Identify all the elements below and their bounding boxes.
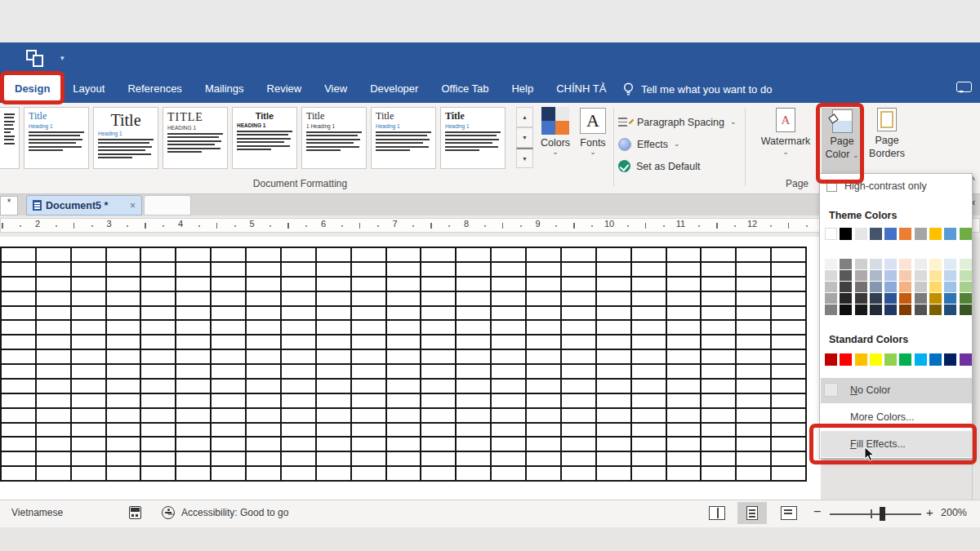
table-cell[interactable] bbox=[527, 263, 560, 276]
table-cell[interactable] bbox=[632, 335, 666, 349]
table-cell[interactable] bbox=[2, 467, 35, 480]
effects-button[interactable]: Effects ⌄ bbox=[618, 133, 741, 155]
ribbon-tab-help[interactable]: Help bbox=[500, 75, 545, 103]
table-cell[interactable] bbox=[562, 263, 595, 276]
table-cell[interactable] bbox=[597, 248, 630, 261]
no-color-item[interactable]: No Color bbox=[821, 378, 972, 403]
table-cell[interactable] bbox=[212, 307, 245, 320]
table-cell[interactable] bbox=[317, 292, 350, 305]
table-cell[interactable] bbox=[457, 365, 490, 378]
table-cell[interactable] bbox=[772, 335, 805, 349]
theme-color-swatch[interactable] bbox=[944, 228, 956, 240]
document-page[interactable] bbox=[0, 237, 821, 500]
table-cell[interactable] bbox=[107, 350, 140, 363]
table-cell[interactable] bbox=[492, 248, 525, 261]
table-cell[interactable] bbox=[492, 452, 525, 465]
table-cell[interactable] bbox=[317, 307, 350, 320]
table-cell[interactable] bbox=[176, 452, 210, 465]
table-cell[interactable] bbox=[247, 394, 280, 407]
table-cell[interactable] bbox=[772, 307, 805, 320]
table-cell[interactable] bbox=[387, 248, 421, 261]
table-cell[interactable] bbox=[37, 438, 70, 451]
table-cell[interactable] bbox=[562, 278, 595, 291]
standard-color-swatch[interactable] bbox=[929, 353, 942, 366]
table-cell[interactable] bbox=[737, 278, 770, 291]
page-borders-button[interactable]: Page Borders bbox=[866, 108, 908, 160]
comment-icon[interactable] bbox=[956, 82, 972, 92]
table-cell[interactable] bbox=[421, 467, 455, 480]
table-cell[interactable] bbox=[667, 438, 701, 451]
table-cell[interactable] bbox=[212, 335, 245, 349]
table-cell[interactable] bbox=[176, 278, 210, 291]
table-cell[interactable] bbox=[702, 278, 735, 291]
table-cell[interactable] bbox=[492, 278, 525, 291]
variant-color-swatch[interactable] bbox=[870, 282, 882, 292]
table-cell[interactable] bbox=[212, 292, 245, 305]
table-cell[interactable] bbox=[387, 380, 421, 393]
table-cell[interactable] bbox=[737, 380, 770, 393]
table-cell[interactable] bbox=[282, 438, 315, 451]
table-cell[interactable] bbox=[37, 409, 70, 422]
variant-color-swatch[interactable] bbox=[929, 293, 942, 304]
table-cell[interactable] bbox=[387, 365, 421, 378]
theme-color-swatch[interactable] bbox=[915, 228, 927, 240]
table-cell[interactable] bbox=[421, 248, 455, 261]
table-cell[interactable] bbox=[667, 409, 701, 422]
style-set-item[interactable]: TitleHeading 1 bbox=[93, 107, 158, 169]
table-cell[interactable] bbox=[141, 350, 175, 363]
table-cell[interactable] bbox=[632, 307, 666, 320]
ribbon-tab-references[interactable]: References bbox=[116, 75, 193, 103]
tell-me-box[interactable]: Tell me what you want to do bbox=[622, 75, 772, 103]
set-as-default-button[interactable]: Set as Default bbox=[618, 155, 741, 177]
table-cell[interactable] bbox=[282, 335, 315, 349]
table-cell[interactable] bbox=[772, 365, 805, 378]
table-cell[interactable] bbox=[632, 424, 666, 437]
table-cell[interactable] bbox=[176, 263, 210, 276]
variant-color-swatch[interactable] bbox=[870, 304, 882, 315]
variant-color-swatch[interactable] bbox=[929, 259, 942, 269]
table-cell[interactable] bbox=[72, 438, 105, 451]
table-cell[interactable] bbox=[667, 248, 701, 261]
table-cell[interactable] bbox=[387, 409, 421, 422]
table-cell[interactable] bbox=[632, 263, 666, 276]
table-cell[interactable] bbox=[352, 335, 385, 349]
table-cell[interactable] bbox=[527, 335, 560, 349]
variant-color-swatch[interactable] bbox=[944, 282, 956, 292]
table-cell[interactable] bbox=[772, 278, 805, 291]
variant-color-swatch[interactable] bbox=[899, 304, 911, 315]
table-cell[interactable] bbox=[317, 263, 350, 276]
print-layout-button[interactable] bbox=[744, 506, 760, 520]
table-cell[interactable] bbox=[212, 424, 245, 437]
table-cell[interactable] bbox=[737, 452, 770, 465]
table-cell[interactable] bbox=[282, 321, 315, 334]
table-cell[interactable] bbox=[702, 438, 735, 451]
table-cell[interactable] bbox=[247, 307, 280, 320]
table-cell[interactable] bbox=[352, 292, 385, 305]
variant-color-swatch[interactable] bbox=[855, 259, 867, 269]
table-cell[interactable] bbox=[562, 292, 595, 305]
table-cell[interactable] bbox=[352, 438, 385, 451]
table-cell[interactable] bbox=[352, 424, 385, 437]
table-cell[interactable] bbox=[632, 394, 666, 407]
variant-color-swatch[interactable] bbox=[855, 293, 867, 304]
table-cell[interactable] bbox=[282, 424, 315, 437]
table-cell[interactable] bbox=[597, 452, 630, 465]
table-cell[interactable] bbox=[527, 424, 560, 437]
table-cell[interactable] bbox=[212, 380, 245, 393]
table-cell[interactable] bbox=[212, 263, 245, 276]
table-cell[interactable] bbox=[2, 424, 35, 437]
table-cell[interactable] bbox=[492, 365, 525, 378]
table-cell[interactable] bbox=[527, 467, 560, 480]
variant-color-swatch[interactable] bbox=[960, 259, 972, 269]
table-cell[interactable] bbox=[72, 335, 105, 349]
table-cell[interactable] bbox=[597, 307, 630, 320]
table-cell[interactable] bbox=[282, 467, 315, 480]
variant-color-swatch[interactable] bbox=[899, 259, 911, 269]
table-cell[interactable] bbox=[737, 350, 770, 363]
table-cell[interactable] bbox=[597, 365, 630, 378]
ribbon-tab-mailings[interactable]: Mailings bbox=[194, 75, 256, 103]
table-cell[interactable] bbox=[527, 350, 560, 363]
table-cell[interactable] bbox=[667, 350, 701, 363]
table-cell[interactable] bbox=[562, 467, 595, 480]
table-cell[interactable] bbox=[282, 263, 315, 276]
